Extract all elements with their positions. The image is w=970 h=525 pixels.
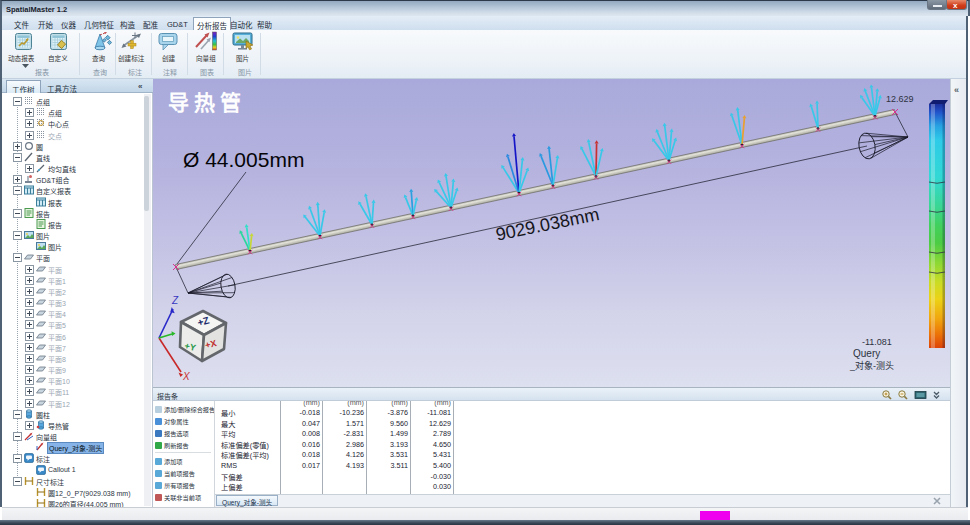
svg-text:Z: Z [171, 295, 179, 306]
svg-text:X: X [182, 371, 190, 382]
